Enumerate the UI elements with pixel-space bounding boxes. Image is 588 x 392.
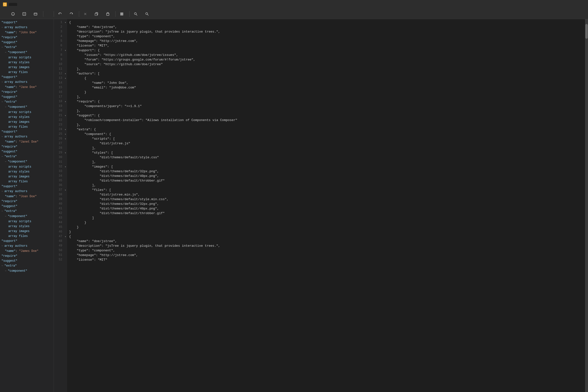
tree-item[interactable]: "name": "Joan Doe": [0, 194, 54, 199]
file-info-button[interactable]: i: [8, 11, 19, 17]
fold-indicator[interactable]: [64, 183, 67, 188]
fold-indicator[interactable]: ▾: [64, 164, 67, 169]
fold-indicator[interactable]: [64, 244, 67, 248]
tree-item[interactable]: − "component": [0, 159, 54, 164]
tree-item[interactable]: array files: [0, 234, 54, 239]
tree-item[interactable]: array images: [0, 174, 54, 179]
file-menu[interactable]: [2, 12, 8, 16]
tree-item[interactable]: "suggest": [0, 149, 54, 154]
tree-item[interactable]: array scripts: [0, 219, 54, 224]
copy-button[interactable]: [92, 11, 103, 17]
fold-indicator[interactable]: [64, 104, 67, 108]
tree-item[interactable]: array files: [0, 124, 54, 129]
select-all-button[interactable]: [117, 11, 128, 17]
tree-item[interactable]: "name": "James Doe": [0, 249, 54, 254]
tree-item[interactable]: "name": "Jane Doe": [0, 85, 54, 90]
tree-item[interactable]: array styles: [0, 169, 54, 174]
tree-item[interactable]: − "component": [0, 268, 54, 274]
minimize-button[interactable]: [571, 3, 574, 6]
fold-indicator[interactable]: [64, 216, 67, 220]
tree-item[interactable]: − "extra": [0, 100, 54, 104]
fold-indicator[interactable]: [64, 169, 67, 174]
tree-item[interactable]: "suggest": [0, 258, 54, 264]
tree-item[interactable]: − array authors: [0, 80, 54, 85]
fold-indicator[interactable]: [64, 39, 67, 43]
fold-indicator[interactable]: [64, 108, 67, 113]
paste-button[interactable]: [103, 11, 114, 17]
fold-indicator[interactable]: [64, 43, 67, 48]
tree-item[interactable]: "require": [0, 35, 54, 40]
tree-item[interactable]: array scripts: [0, 164, 54, 169]
fold-indicator[interactable]: [64, 202, 67, 206]
fold-indicator[interactable]: [64, 53, 67, 57]
fold-indicator[interactable]: ▾: [64, 20, 67, 25]
fold-indicator[interactable]: [64, 62, 67, 67]
tree-item[interactable]: "name": "Janet Doe": [0, 140, 54, 144]
tree-item[interactable]: − "extra": [0, 209, 54, 214]
tree-item[interactable]: "require": [0, 144, 54, 149]
tree-item[interactable]: − "component": [0, 104, 54, 110]
fold-indicator[interactable]: [64, 30, 67, 34]
inspect-button[interactable]: [20, 11, 30, 17]
tree-item[interactable]: − "extra": [0, 45, 54, 50]
tree-item[interactable]: "suggest": [0, 204, 54, 209]
fold-indicator[interactable]: ▾: [64, 188, 67, 192]
tree-item[interactable]: array files: [0, 179, 54, 184]
scrollbar-thumb[interactable]: [585, 24, 588, 39]
fold-indicator[interactable]: ▾: [64, 127, 67, 132]
tree-item[interactable]: − "extra": [0, 264, 54, 268]
cut-button[interactable]: [80, 11, 92, 17]
tree-item[interactable]: "support": [0, 239, 54, 244]
fold-indicator[interactable]: [64, 174, 67, 178]
fold-indicator[interactable]: ▾: [64, 234, 67, 239]
fold-indicator[interactable]: ▾: [64, 99, 67, 104]
tree-item[interactable]: − array authors: [0, 25, 54, 30]
tree-item[interactable]: "require": [0, 254, 54, 258]
fold-indicator[interactable]: [64, 118, 67, 122]
fold-indicator[interactable]: ▾: [64, 71, 67, 76]
fold-indicator[interactable]: [64, 230, 67, 234]
close-window-button[interactable]: [582, 3, 585, 6]
fold-indicator[interactable]: ▾: [64, 132, 67, 136]
tree-item[interactable]: array scripts: [0, 55, 54, 60]
fold-indicator[interactable]: [64, 253, 67, 258]
fold-indicator[interactable]: [64, 141, 67, 146]
tree-item[interactable]: "require": [0, 199, 54, 204]
view-options-button[interactable]: [45, 12, 52, 16]
fold-indicator[interactable]: [64, 258, 67, 262]
tree-item[interactable]: "suggest": [0, 40, 54, 45]
tree-item[interactable]: "support": [0, 75, 54, 80]
find-next-button[interactable]: [142, 11, 153, 17]
tree-item[interactable]: "suggest": [0, 94, 54, 100]
fold-indicator[interactable]: [64, 211, 67, 216]
tree-item[interactable]: array images: [0, 65, 54, 70]
tree-item[interactable]: array scripts: [0, 110, 54, 115]
maximize-button[interactable]: [576, 3, 580, 6]
fold-indicator[interactable]: [64, 220, 67, 225]
fold-indicator[interactable]: [64, 94, 67, 99]
fold-indicator[interactable]: [64, 25, 67, 30]
vertical-scrollbar[interactable]: [585, 19, 588, 392]
tree-item[interactable]: − "component": [0, 50, 54, 55]
fold-indicator[interactable]: [64, 155, 67, 160]
tree-item[interactable]: − array authors: [0, 134, 54, 140]
tree-item[interactable]: − array authors: [0, 189, 54, 194]
tree-item[interactable]: − "extra": [0, 154, 54, 159]
fold-indicator[interactable]: ▾: [64, 136, 67, 141]
undo-button[interactable]: [55, 11, 66, 17]
file-tab[interactable]: [9, 3, 17, 6]
fold-indicator[interactable]: [64, 160, 67, 164]
tree-item[interactable]: "require": [0, 90, 54, 94]
fold-indicator[interactable]: [64, 248, 67, 253]
tree-item[interactable]: array styles: [0, 115, 54, 120]
browse-button[interactable]: [31, 11, 42, 17]
tree-item[interactable]: "name": "John Doe": [0, 30, 54, 35]
fold-indicator[interactable]: [64, 85, 67, 90]
fold-indicator[interactable]: [64, 122, 67, 127]
tree-item[interactable]: − array authors: [0, 244, 54, 249]
fold-indicator[interactable]: [64, 90, 67, 94]
hamburger-menu[interactable]: [581, 12, 586, 16]
fold-indicator[interactable]: [64, 225, 67, 230]
tree-item[interactable]: array styles: [0, 224, 54, 229]
tree-item[interactable]: − "component": [0, 214, 54, 219]
